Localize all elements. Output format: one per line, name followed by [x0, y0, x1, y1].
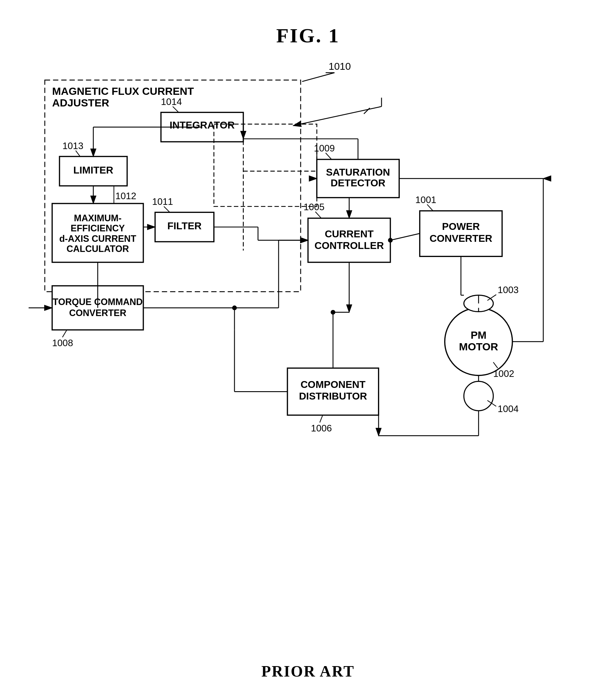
ref-1003: 1003	[497, 284, 518, 295]
page-title: FIG. 1	[0, 0, 616, 47]
ref-1005-line	[315, 212, 321, 218]
cc-label2: CONTROLLER	[314, 240, 384, 251]
ref-1010-line	[302, 73, 334, 82]
max-eff-label3: d-AXIS CURRENT	[59, 234, 136, 243]
ref-1002: 1002	[493, 368, 514, 379]
integrator-label: INTEGRATOR	[169, 120, 234, 130]
pc-label1: POWER	[442, 221, 480, 232]
ref-1001-line	[427, 204, 433, 211]
ref-1009-line	[326, 153, 332, 159]
tc-label2: CONVERTER	[69, 308, 126, 318]
cd-label1: COMPONENT	[300, 379, 366, 390]
sat-det-label1: SATURATION	[326, 167, 390, 178]
max-eff-label1: MAXIMUM-	[74, 213, 122, 223]
ref-1014: 1014	[161, 96, 182, 107]
pm-label2: MOTOR	[459, 341, 498, 353]
ref-1004: 1004	[497, 403, 518, 414]
ref-1006: 1006	[311, 423, 332, 434]
diagram-svg: MAGNETIC FLUX CURRENT ADJUSTER 1010 INTE…	[24, 48, 592, 650]
max-eff-label2: EFFICIENCY	[71, 223, 125, 233]
prior-art-label: PRIOR ART	[261, 662, 355, 680]
ref-1013-line	[76, 151, 80, 156]
cd-label2: DISTRIBUTOR	[299, 391, 367, 402]
ref-1014-line	[173, 107, 179, 112]
ref-1013: 1013	[62, 140, 83, 151]
ref-1008-line	[62, 330, 67, 337]
ref-1005: 1005	[304, 201, 325, 212]
ref-1001: 1001	[415, 194, 436, 205]
ref-1006-line	[320, 415, 323, 422]
diagram-container: MAGNETIC FLUX CURRENT ADJUSTER 1010 INTE…	[24, 48, 592, 650]
cc-label1: CURRENT	[325, 228, 374, 239]
filter-label: FILTER	[167, 220, 202, 232]
ref-1010: 1010	[329, 61, 351, 72]
pc-label2: CONVERTER	[429, 233, 492, 244]
pm-label1: PM	[471, 329, 487, 341]
junction-cc-pc	[388, 238, 393, 243]
cc-to-pc	[391, 234, 420, 240]
junction-compd	[330, 310, 335, 315]
encoder-bottom	[464, 381, 493, 411]
ref-1012: 1012	[115, 191, 136, 201]
limiter-label: LIMITER	[73, 165, 113, 176]
ref-1011-line	[164, 206, 170, 212]
magnetic-flux-label2: ADJUSTER	[52, 97, 109, 109]
max-eff-label4: CALCULATOR	[67, 243, 129, 254]
signal-tick	[364, 108, 370, 114]
ref-1011: 1011	[152, 196, 173, 207]
sat-det-label2: DETECTOR	[330, 178, 385, 189]
ref-1008: 1008	[52, 337, 73, 348]
magnetic-flux-label: MAGNETIC FLUX CURRENT	[52, 85, 194, 97]
